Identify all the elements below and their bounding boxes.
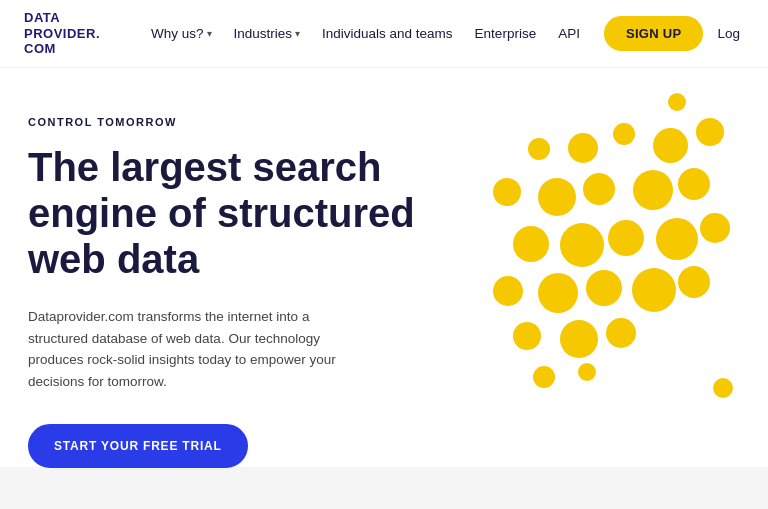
dot: [668, 93, 686, 111]
logo[interactable]: DATA PROVIDER. COM: [24, 10, 100, 57]
chevron-down-icon: ▾: [207, 28, 212, 39]
nav-links: Why us? ▾ Industries ▾ Individuals and t…: [143, 20, 588, 47]
dot: [528, 138, 550, 160]
dot: [678, 266, 710, 298]
dots-decoration: [438, 88, 738, 438]
dot: [613, 123, 635, 145]
dot: [678, 168, 710, 200]
dot: [632, 268, 676, 312]
dot: [513, 226, 549, 262]
nav-item-individuals[interactable]: Individuals and teams: [314, 20, 461, 47]
navbar: DATA PROVIDER. COM Why us? ▾ Industries …: [0, 0, 768, 68]
dot: [696, 118, 724, 146]
nav-label-enterprise: Enterprise: [475, 26, 537, 41]
login-link[interactable]: Log: [713, 20, 744, 47]
nav-label-industries: Industries: [234, 26, 293, 41]
dot: [700, 213, 730, 243]
dot: [608, 220, 644, 256]
trial-button[interactable]: START YOUR FREE TRIAL: [28, 424, 248, 468]
dot: [493, 178, 521, 206]
nav-item-enterprise[interactable]: Enterprise: [467, 20, 545, 47]
dot: [713, 378, 733, 398]
dot: [538, 178, 576, 216]
dot: [606, 318, 636, 348]
chevron-down-icon: ▾: [295, 28, 300, 39]
dot: [568, 133, 598, 163]
dot: [533, 366, 555, 388]
dot: [583, 173, 615, 205]
dot: [560, 320, 598, 358]
nav-label-individuals: Individuals and teams: [322, 26, 453, 41]
dot: [513, 322, 541, 350]
nav-item-api[interactable]: API: [550, 20, 588, 47]
dot: [633, 170, 673, 210]
dot: [586, 270, 622, 306]
hero-content: CONTROL TOMORROW The largest search engi…: [28, 116, 448, 468]
dot: [560, 223, 604, 267]
dot: [493, 276, 523, 306]
nav-item-why-us[interactable]: Why us? ▾: [143, 20, 220, 47]
nav-label-api: API: [558, 26, 580, 41]
signup-button[interactable]: SIGN UP: [604, 16, 704, 51]
hero-description: Dataprovider.com transforms the internet…: [28, 306, 368, 392]
dot: [578, 363, 596, 381]
nav-label-why-us: Why us?: [151, 26, 204, 41]
hero-eyebrow: CONTROL TOMORROW: [28, 116, 448, 128]
hero-title: The largest search engine of structured …: [28, 144, 448, 282]
dot: [538, 273, 578, 313]
nav-item-industries[interactable]: Industries ▾: [226, 20, 309, 47]
hero-section: CONTROL TOMORROW The largest search engi…: [0, 68, 768, 508]
dot: [653, 128, 688, 163]
nav-actions: SIGN UP Log: [604, 16, 744, 51]
footer-strip: [0, 467, 768, 509]
dot: [656, 218, 698, 260]
